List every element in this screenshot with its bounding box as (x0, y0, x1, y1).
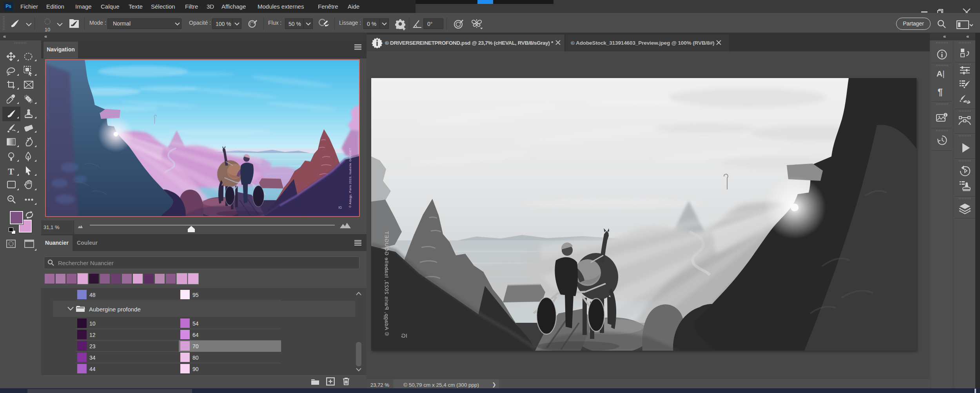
svg-text:© Adagp, Paris 2023, Isabelle: © Adagp, Paris 2023, Isabelle GOUGET (348, 147, 352, 207)
svg-text:IG: IG (338, 206, 342, 209)
svg-text:© Adagp, Paris 2023, Isabelle: © Adagp, Paris 2023, Isabelle GOUGET (384, 231, 390, 336)
svg-text:IG: IG (401, 332, 407, 339)
